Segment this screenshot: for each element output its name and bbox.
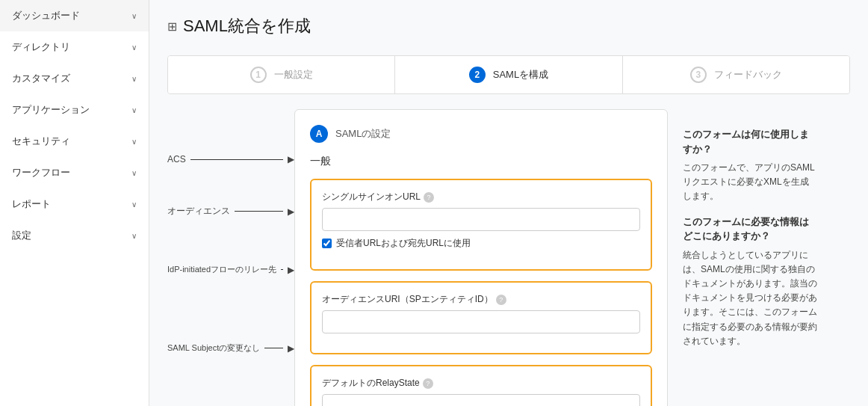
acs-annotation: ACS ▶: [167, 154, 294, 164]
right-text-2: 統合しようとしているアプリには、SAMLの使用に関する独自のドキュメントがありま…: [683, 248, 817, 348]
audience-line: [235, 211, 283, 212]
chevron-icon-directory: ∨: [131, 43, 137, 52]
acs-field-label: シングルサインオンURL ?: [322, 191, 640, 203]
relay-label: IdP-initiatedフローのリレー先: [167, 264, 276, 275]
acs-url-input[interactable]: [322, 208, 640, 231]
relay-line: [281, 269, 283, 270]
form-card-header: A SAMLの設定: [310, 125, 652, 143]
sidebar-item-settings[interactable]: 設定 ∨: [0, 220, 149, 251]
chevron-icon-settings: ∨: [131, 232, 137, 240]
acs-info-icon[interactable]: ?: [424, 192, 434, 203]
acs-checkbox[interactable]: [322, 239, 332, 248]
audience-section: オーディエンスURI（SPエンティティID） ?: [310, 281, 652, 354]
relay-state-input[interactable]: [322, 394, 640, 406]
step-1[interactable]: 1 一般設定: [168, 56, 395, 93]
right-panel: このフォームは何に使用しますか？ このフォームで、アプリのSAMLリクエストに必…: [668, 109, 817, 406]
sidebar-label-reports: レポート: [12, 197, 51, 211]
step-1-label: 一般設定: [274, 68, 313, 81]
audience-uri-input[interactable]: [322, 310, 640, 333]
relay-state-row: デフォルトのRelayState ? 値が設定されていない場合は、次のRelay…: [322, 377, 640, 406]
sidebar-label-dashboard: ダッシュボード: [12, 9, 80, 22]
grid-icon: ⊞: [167, 19, 177, 34]
page-title-row: ⊞ SAML統合を作成: [167, 15, 850, 37]
subject-arrow: ▶: [288, 343, 294, 354]
saml-form-card: A SAMLの設定 一般 シングルサインオンURL ?: [294, 109, 668, 406]
chevron-icon-security: ∨: [131, 138, 137, 146]
form-card-letter: A: [310, 125, 328, 143]
acs-checkbox-label: 受信者URLおよび宛先URLに使用: [336, 237, 471, 250]
acs-arrow: ▶: [288, 154, 294, 164]
audience-field-label: オーディエンスURI（SPエンティティID） ?: [322, 293, 640, 306]
sidebar-item-dashboard[interactable]: ダッシュボード ∨: [0, 0, 149, 31]
right-heading-1: このフォームは何に使用しますか？: [683, 127, 817, 156]
sidebar-item-reports[interactable]: レポート ∨: [0, 188, 149, 220]
subject-annotation: SAML Subjectの変更なし ▶: [167, 342, 294, 354]
subject-label: SAML Subjectの変更なし: [167, 342, 260, 354]
sidebar: ダッシュボード ∨ ディレクトリ ∨ カスタマイズ ∨ アプリケーション ∨ セ…: [0, 0, 149, 406]
step-2-circle: 2: [469, 67, 486, 83]
acs-checkbox-row: 受信者URLおよび宛先URLに使用: [322, 237, 640, 250]
acs-label: ACS: [167, 154, 186, 164]
audience-row: オーディエンスURI（SPエンティティID） ?: [322, 293, 640, 333]
step-1-circle: 1: [250, 67, 267, 83]
sidebar-label-workflow: ワークフロー: [12, 166, 70, 179]
acs-line: [190, 159, 283, 160]
form-card-title: SAMLの設定: [335, 127, 391, 141]
relay-info-icon[interactable]: ?: [423, 378, 433, 389]
audience-label: オーディエンス: [167, 205, 230, 218]
sidebar-label-applications: アプリケーション: [12, 103, 90, 117]
chevron-icon-customize: ∨: [131, 75, 137, 83]
section-title: 一般: [310, 155, 652, 168]
sidebar-item-security[interactable]: セキュリティ ∨: [0, 126, 149, 157]
sidebar-label-customize: カスタマイズ: [12, 72, 70, 85]
step-3[interactable]: 3 フィードバック: [623, 56, 849, 93]
chevron-icon-workflow: ∨: [131, 169, 137, 177]
chevron-icon-reports: ∨: [131, 200, 137, 209]
step-3-label: フィードバック: [714, 68, 782, 81]
sidebar-label-settings: 設定: [12, 229, 31, 242]
audience-arrow: ▶: [288, 206, 294, 217]
chevron-icon-dashboard: ∨: [131, 12, 137, 20]
sidebar-label-directory: ディレクトリ: [12, 40, 70, 54]
audience-annotation: オーディエンス ▶: [167, 205, 294, 218]
relay-annotation: IdP-initiatedフローのリレー先 ▶: [167, 264, 294, 275]
relay-arrow: ▶: [288, 265, 294, 275]
main-content: ⊞ SAML統合を作成 1 一般設定 2 SAMLを構成 3 フィードバック: [149, 0, 868, 406]
relay-state-label: デフォルトのRelayState ?: [322, 377, 640, 390]
right-heading-2: このフォームに必要な情報はどこにありますか？: [683, 215, 817, 244]
steps-bar: 1 一般設定 2 SAMLを構成 3 フィードバック: [167, 55, 850, 94]
audience-info-icon[interactable]: ?: [496, 295, 506, 305]
sidebar-item-customize[interactable]: カスタマイズ ∨: [0, 63, 149, 94]
sidebar-item-workflow[interactable]: ワークフロー ∨: [0, 157, 149, 188]
sidebar-item-directory[interactable]: ディレクトリ ∨: [0, 31, 149, 63]
acs-row: シングルサインオンURL ? 受信者URLおよび宛先URLに使用: [322, 191, 640, 250]
acs-section: シングルサインオンURL ? 受信者URLおよび宛先URLに使用: [310, 179, 652, 271]
relay-state-section: デフォルトのRelayState ? 値が設定されていない場合は、次のRelay…: [310, 365, 652, 406]
subject-line: [264, 348, 283, 348]
step-3-circle: 3: [690, 67, 707, 83]
right-text-1: このフォームで、アプリのSAMLリクエストに必要なXMLを生成します。: [683, 161, 817, 204]
chevron-icon-applications: ∨: [131, 106, 137, 114]
step-2-label: SAMLを構成: [493, 68, 548, 81]
page-title: SAML統合を作成: [183, 15, 311, 37]
annotations-column: ACS ▶ オーディエンス ▶ IdP-initiatedフローのリレー先 ▶ …: [167, 109, 294, 406]
step-2[interactable]: 2 SAMLを構成: [395, 56, 622, 93]
sidebar-item-applications[interactable]: アプリケーション ∨: [0, 94, 149, 126]
sidebar-label-security: セキュリティ: [12, 135, 70, 148]
